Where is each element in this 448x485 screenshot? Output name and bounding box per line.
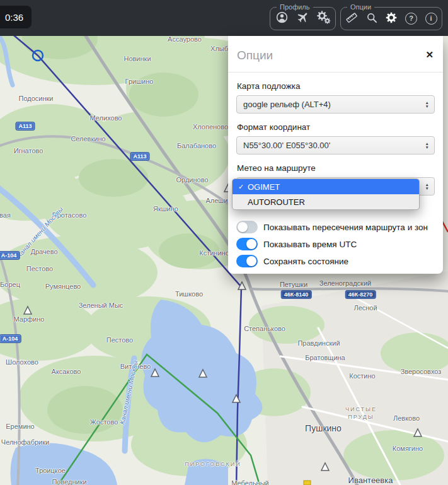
search-icon: [365, 11, 378, 26]
info-button[interactable]: i: [422, 9, 440, 28]
toggle-save-state[interactable]: [236, 255, 258, 267]
toolbar: 0:36 Профиль: [0, 0, 448, 36]
airplane-icon: [296, 11, 309, 26]
options-panel: Опции ✕ Карта подложка google рельеф (AL…: [228, 36, 443, 274]
panel-title: Опции: [237, 47, 273, 64]
ruler-icon: [345, 11, 359, 27]
basemap-select[interactable]: google рельеф (ALT+4) ▲▼: [236, 95, 435, 114]
user-button[interactable]: [273, 9, 291, 28]
menu-item-ogimet[interactable]: ✓ OGIMET: [233, 179, 419, 194]
basemap-label: Карта подложка: [237, 81, 435, 91]
coord-format-label: Формат координат: [237, 122, 435, 132]
chevron-updown-icon: ▲▼: [425, 101, 429, 108]
user-icon: [275, 11, 289, 26]
toggle-row-save-state: Сохранять состояние: [236, 255, 435, 267]
toolbar-group-profile: Профиль: [270, 7, 336, 30]
timer-box: 0:36: [0, 6, 32, 28]
measure-button[interactable]: [343, 9, 361, 28]
gear-icon: [384, 11, 398, 27]
coord-format-select[interactable]: N55°30.00' E055°30.00' ▲▼: [236, 136, 435, 155]
help-icon: ?: [405, 13, 417, 25]
dropdown-menu: ✓ OGIMET AUTOROUTER: [232, 178, 420, 210]
waypoint-flag-marker: [304, 481, 311, 485]
toggle-route-zone-intersections[interactable]: [236, 221, 258, 233]
info-icon: i: [425, 13, 437, 25]
check-icon: ✓: [238, 183, 244, 191]
coord-format-select-value: N55°30.00' E055°30.00': [243, 141, 330, 150]
chevron-updown-icon: ▲▼: [425, 183, 429, 190]
close-icon[interactable]: ✕: [425, 49, 434, 61]
gears-icon: [316, 10, 331, 28]
help-button[interactable]: ?: [402, 9, 420, 28]
profile-settings-button[interactable]: [314, 9, 333, 28]
settings-button[interactable]: [382, 9, 401, 28]
toggle-utc-time[interactable]: [236, 238, 258, 250]
toolbar-group-options: Опции: [340, 7, 442, 30]
basemap-select-value: google рельеф (ALT+4): [243, 100, 331, 109]
toggle-row-intersections: Показывать пересечения маршрута и зон: [236, 221, 435, 233]
route-weather-label: Метео на маршруте: [237, 163, 435, 173]
search-button[interactable]: [362, 9, 381, 28]
toggle-row-utc: Показывать время UTC: [236, 238, 435, 250]
chevron-updown-icon: ▲▼: [425, 142, 429, 149]
menu-item-autorouter[interactable]: AUTOROUTER: [233, 194, 419, 209]
aircraft-button[interactable]: [294, 9, 312, 28]
